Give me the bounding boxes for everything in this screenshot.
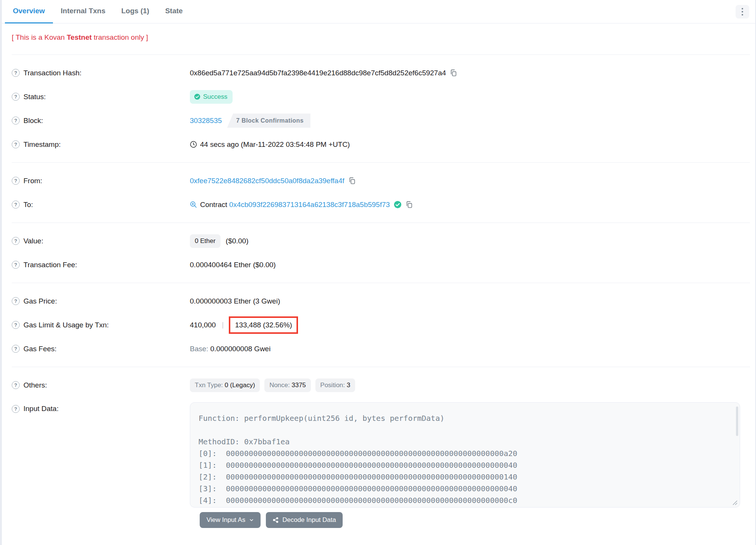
row-label: ? To: — [2, 201, 190, 209]
input-data-label: Input Data: — [23, 405, 59, 413]
scrollbar-thumb[interactable] — [736, 406, 738, 436]
gas-fees-label: Gas Fees: — [23, 345, 57, 353]
help-icon[interactable]: ? — [12, 140, 20, 148]
tab-state[interactable]: State — [157, 0, 191, 23]
timestamp-label: Timestamp: — [23, 140, 61, 149]
section-addresses: ? From: 0xfee7522e8482682cf50ddc50a0f8da… — [2, 163, 755, 223]
clock-icon — [190, 141, 197, 148]
tab-overview[interactable]: Overview — [5, 0, 53, 23]
decode-icon — [273, 517, 279, 523]
gas-price-value: 0.000000003 Ether (3 Gwei) — [190, 297, 280, 305]
row-gas-price: ? Gas Price: 0.000000003 Ether (3 Gwei) — [2, 289, 755, 313]
row-value: ? Value: 0 Ether ($0.00) — [2, 229, 755, 253]
row-gas-fees: ? Gas Fees: Base: 0.000000008 Gwei — [2, 337, 755, 361]
chevron-down-icon — [249, 518, 254, 522]
gas-price-label: Gas Price: — [23, 297, 57, 305]
annotation-red-box: 133,488 (32.56%) — [229, 316, 298, 334]
ether-value-badge: 0 Ether — [190, 234, 220, 248]
row-status: ? Status: Success — [2, 85, 755, 109]
copy-icon[interactable] — [348, 177, 355, 184]
help-icon[interactable]: ? — [12, 345, 20, 353]
help-icon[interactable]: ? — [12, 237, 20, 245]
row-label: ? Value: — [2, 237, 190, 245]
tab-logs[interactable]: Logs (1) — [113, 0, 157, 23]
copy-icon[interactable] — [450, 69, 457, 76]
row-label: ? Gas Price: — [2, 297, 190, 305]
view-input-as-button[interactable]: View Input As — [200, 512, 261, 528]
help-icon[interactable]: ? — [12, 297, 20, 305]
input-hex-line: [5]: 00000000000000000000000000000000000… — [199, 506, 732, 508]
input-hex-line: [2]: 00000000000000000000000000000000000… — [199, 471, 732, 483]
gas-usage-value: 133,488 (32.56%) — [235, 321, 292, 329]
banner-text: transaction only ] — [92, 33, 148, 41]
row-label: ? Gas Fees: — [2, 345, 190, 353]
row-label: ? Timestamp: — [2, 140, 190, 149]
decode-input-data-label: Decode Input Data — [283, 516, 336, 524]
section-gas: ? Gas Price: 0.000000003 Ether (3 Gwei) … — [2, 283, 755, 367]
timestamp-value: 44 secs ago (Mar-11-2022 03:54:48 PM +UT… — [200, 140, 350, 149]
transaction-hash-label: Transaction Hash: — [23, 69, 81, 77]
kebab-dot-icon — [742, 8, 743, 9]
input-hex-line: [1]: 00000000000000000000000000000000000… — [199, 459, 732, 471]
transaction-hash-value: 0x86ed5a771e725aa94d5b7fa2398e4419e216d8… — [190, 69, 446, 77]
input-blank-line — [199, 424, 732, 436]
help-icon[interactable]: ? — [12, 201, 20, 209]
block-label: Block: — [23, 117, 43, 125]
gas-fees-base-value: 0.000000008 Gwei — [210, 345, 271, 353]
resize-grip-icon[interactable] — [733, 500, 737, 505]
gas-fees-base-label: Base: — [190, 345, 210, 353]
input-hex-line: [4]: 00000000000000000000000000000000000… — [199, 495, 732, 506]
row-to: ? To: Contract 0x4cb093f226983713164a621… — [2, 193, 755, 216]
kebab-dot-icon — [742, 14, 743, 16]
row-block: ? Block: 30328535 7 Block Confirmations — [2, 109, 755, 132]
input-function-line: Function: performUpkeep(uint256 id, byte… — [199, 413, 732, 424]
decode-input-data-button[interactable]: Decode Input Data — [266, 512, 343, 528]
help-icon[interactable]: ? — [12, 381, 20, 389]
to-address-link[interactable]: 0x4cb093f226983713164a62138c3f718a5b595f… — [229, 201, 390, 209]
view-input-as-label: View Input As — [206, 516, 245, 524]
gas-limit-value: 410,000 — [190, 321, 216, 329]
tab-internal-txns[interactable]: Internal Txns — [53, 0, 113, 23]
section-others-input: ? Others: Txn Type: 0 (Legacy) Nonce: 33… — [2, 367, 755, 534]
help-icon[interactable]: ? — [12, 321, 20, 329]
usd-value: ($0.00) — [226, 237, 248, 245]
row-label: ? Block: — [2, 117, 190, 125]
status-badge: Success — [190, 90, 233, 104]
to-label: To: — [23, 201, 33, 209]
input-methodid-line: MethodID: 0x7bbaf1ea — [199, 436, 732, 448]
kebab-menu-button[interactable] — [736, 5, 749, 19]
block-number-link[interactable]: 30328535 — [190, 117, 222, 125]
input-hex-line: [3]: 00000000000000000000000000000000000… — [199, 483, 732, 495]
help-icon[interactable]: ? — [12, 177, 20, 185]
row-transaction-fee: ? Transaction Fee: 0.000400464 Ether ($0… — [2, 253, 755, 277]
txn-type-badge: Txn Type: 0 (Legacy) — [190, 378, 260, 392]
magnifier-plus-icon[interactable] — [190, 201, 197, 208]
copy-icon[interactable] — [405, 201, 413, 208]
help-icon[interactable]: ? — [12, 117, 20, 125]
from-address-link[interactable]: 0xfee7522e8482682cf50ddc50a0f8da2a39effa… — [190, 177, 345, 185]
gas-limit-usage-label: Gas Limit & Usage by Txn: — [23, 321, 109, 329]
input-actions: View Input As Decode Input Data — [200, 512, 755, 528]
transaction-fee-value: 0.000400464 Ether ($0.00) — [190, 261, 276, 269]
row-gas-limit-usage: ? Gas Limit & Usage by Txn: 410,000 | 13… — [2, 313, 755, 337]
input-data-textarea[interactable]: Function: performUpkeep(uint256 id, byte… — [190, 402, 740, 508]
transaction-fee-label: Transaction Fee: — [23, 261, 77, 269]
row-label: ? Others: — [2, 381, 190, 389]
from-label: From: — [23, 177, 42, 185]
tab-bar: Overview Internal Txns Logs (1) State — [2, 0, 755, 23]
banner-text-bold: Testnet — [67, 33, 92, 41]
row-others: ? Others: Txn Type: 0 (Legacy) Nonce: 33… — [2, 373, 755, 397]
help-icon[interactable]: ? — [12, 405, 20, 413]
help-icon[interactable]: ? — [12, 261, 20, 269]
separator-bar: | — [222, 321, 224, 329]
status-label: Status: — [23, 93, 46, 101]
section-overview-main: ? Transaction Hash: 0x86ed5a771e725aa94d… — [2, 55, 755, 162]
help-icon[interactable]: ? — [12, 93, 20, 101]
help-icon[interactable]: ? — [12, 69, 20, 77]
row-transaction-hash: ? Transaction Hash: 0x86ed5a771e725aa94d… — [2, 61, 755, 85]
block-confirmations-badge: 7 Block Confirmations — [227, 114, 310, 128]
position-badge: Position: 3 — [315, 378, 355, 392]
input-hex-line: [0]: 00000000000000000000000000000000000… — [199, 448, 732, 459]
kebab-dot-icon — [742, 11, 743, 12]
status-text: Success — [203, 93, 227, 101]
